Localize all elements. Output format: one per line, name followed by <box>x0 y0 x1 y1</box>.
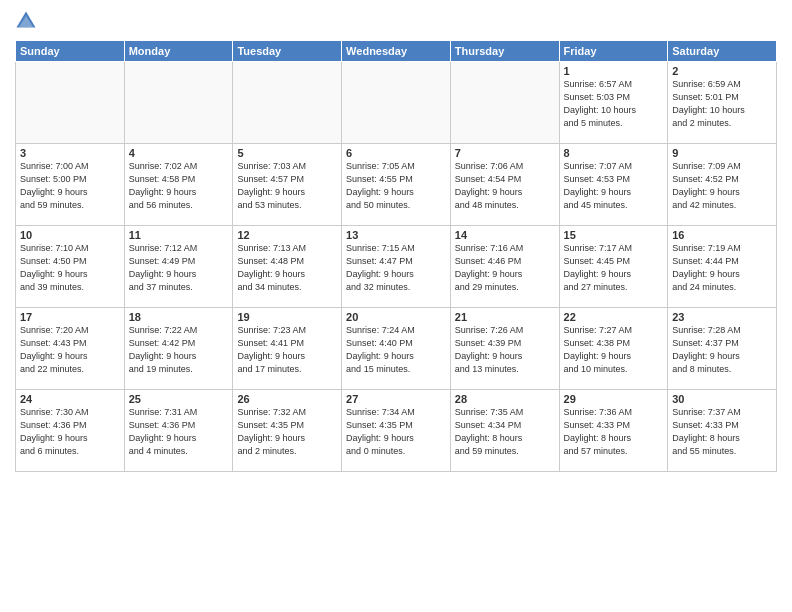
day-info: Sunrise: 7:16 AM Sunset: 4:46 PM Dayligh… <box>455 242 555 294</box>
calendar-cell-1-2: 5Sunrise: 7:03 AM Sunset: 4:57 PM Daylig… <box>233 144 342 226</box>
calendar-cell-0-1 <box>124 62 233 144</box>
calendar-cell-4-0: 24Sunrise: 7:30 AM Sunset: 4:36 PM Dayli… <box>16 390 125 472</box>
day-info: Sunrise: 7:15 AM Sunset: 4:47 PM Dayligh… <box>346 242 446 294</box>
day-number: 30 <box>672 393 772 405</box>
calendar-cell-4-3: 27Sunrise: 7:34 AM Sunset: 4:35 PM Dayli… <box>342 390 451 472</box>
day-info: Sunrise: 7:27 AM Sunset: 4:38 PM Dayligh… <box>564 324 664 376</box>
day-info: Sunrise: 7:07 AM Sunset: 4:53 PM Dayligh… <box>564 160 664 212</box>
day-info: Sunrise: 7:24 AM Sunset: 4:40 PM Dayligh… <box>346 324 446 376</box>
calendar-week-5: 24Sunrise: 7:30 AM Sunset: 4:36 PM Dayli… <box>16 390 777 472</box>
calendar-cell-3-4: 21Sunrise: 7:26 AM Sunset: 4:39 PM Dayli… <box>450 308 559 390</box>
calendar-week-4: 17Sunrise: 7:20 AM Sunset: 4:43 PM Dayli… <box>16 308 777 390</box>
day-info: Sunrise: 7:28 AM Sunset: 4:37 PM Dayligh… <box>672 324 772 376</box>
calendar-week-2: 3Sunrise: 7:00 AM Sunset: 5:00 PM Daylig… <box>16 144 777 226</box>
day-info: Sunrise: 7:05 AM Sunset: 4:55 PM Dayligh… <box>346 160 446 212</box>
day-info: Sunrise: 7:03 AM Sunset: 4:57 PM Dayligh… <box>237 160 337 212</box>
calendar-cell-2-0: 10Sunrise: 7:10 AM Sunset: 4:50 PM Dayli… <box>16 226 125 308</box>
day-info: Sunrise: 7:34 AM Sunset: 4:35 PM Dayligh… <box>346 406 446 458</box>
day-number: 24 <box>20 393 120 405</box>
day-number: 14 <box>455 229 555 241</box>
calendar-header-wednesday: Wednesday <box>342 41 451 62</box>
day-number: 3 <box>20 147 120 159</box>
day-info: Sunrise: 7:20 AM Sunset: 4:43 PM Dayligh… <box>20 324 120 376</box>
header <box>15 10 777 32</box>
calendar-header-row: SundayMondayTuesdayWednesdayThursdayFrid… <box>16 41 777 62</box>
day-number: 2 <box>672 65 772 77</box>
day-number: 19 <box>237 311 337 323</box>
calendar-cell-3-3: 20Sunrise: 7:24 AM Sunset: 4:40 PM Dayli… <box>342 308 451 390</box>
calendar-cell-3-1: 18Sunrise: 7:22 AM Sunset: 4:42 PM Dayli… <box>124 308 233 390</box>
day-info: Sunrise: 7:10 AM Sunset: 4:50 PM Dayligh… <box>20 242 120 294</box>
day-info: Sunrise: 7:06 AM Sunset: 4:54 PM Dayligh… <box>455 160 555 212</box>
calendar-cell-1-5: 8Sunrise: 7:07 AM Sunset: 4:53 PM Daylig… <box>559 144 668 226</box>
day-number: 10 <box>20 229 120 241</box>
day-number: 7 <box>455 147 555 159</box>
calendar-header-saturday: Saturday <box>668 41 777 62</box>
calendar-cell-2-3: 13Sunrise: 7:15 AM Sunset: 4:47 PM Dayli… <box>342 226 451 308</box>
logo-icon <box>15 10 37 32</box>
calendar-cell-2-1: 11Sunrise: 7:12 AM Sunset: 4:49 PM Dayli… <box>124 226 233 308</box>
day-info: Sunrise: 7:02 AM Sunset: 4:58 PM Dayligh… <box>129 160 229 212</box>
day-info: Sunrise: 7:37 AM Sunset: 4:33 PM Dayligh… <box>672 406 772 458</box>
calendar-cell-4-1: 25Sunrise: 7:31 AM Sunset: 4:36 PM Dayli… <box>124 390 233 472</box>
day-info: Sunrise: 7:23 AM Sunset: 4:41 PM Dayligh… <box>237 324 337 376</box>
day-number: 26 <box>237 393 337 405</box>
page: SundayMondayTuesdayWednesdayThursdayFrid… <box>0 0 792 612</box>
day-number: 18 <box>129 311 229 323</box>
calendar-cell-4-5: 29Sunrise: 7:36 AM Sunset: 4:33 PM Dayli… <box>559 390 668 472</box>
calendar-cell-1-4: 7Sunrise: 7:06 AM Sunset: 4:54 PM Daylig… <box>450 144 559 226</box>
day-info: Sunrise: 7:17 AM Sunset: 4:45 PM Dayligh… <box>564 242 664 294</box>
calendar-header-sunday: Sunday <box>16 41 125 62</box>
day-info: Sunrise: 7:19 AM Sunset: 4:44 PM Dayligh… <box>672 242 772 294</box>
day-number: 15 <box>564 229 664 241</box>
day-info: Sunrise: 7:00 AM Sunset: 5:00 PM Dayligh… <box>20 160 120 212</box>
calendar-week-3: 10Sunrise: 7:10 AM Sunset: 4:50 PM Dayli… <box>16 226 777 308</box>
calendar-cell-2-5: 15Sunrise: 7:17 AM Sunset: 4:45 PM Dayli… <box>559 226 668 308</box>
logo <box>15 10 41 32</box>
day-info: Sunrise: 7:26 AM Sunset: 4:39 PM Dayligh… <box>455 324 555 376</box>
day-number: 27 <box>346 393 446 405</box>
calendar-cell-3-0: 17Sunrise: 7:20 AM Sunset: 4:43 PM Dayli… <box>16 308 125 390</box>
calendar-cell-4-6: 30Sunrise: 7:37 AM Sunset: 4:33 PM Dayli… <box>668 390 777 472</box>
day-number: 25 <box>129 393 229 405</box>
day-info: Sunrise: 6:59 AM Sunset: 5:01 PM Dayligh… <box>672 78 772 130</box>
calendar-cell-0-0 <box>16 62 125 144</box>
day-number: 13 <box>346 229 446 241</box>
day-info: Sunrise: 7:32 AM Sunset: 4:35 PM Dayligh… <box>237 406 337 458</box>
calendar-cell-3-5: 22Sunrise: 7:27 AM Sunset: 4:38 PM Dayli… <box>559 308 668 390</box>
day-number: 16 <box>672 229 772 241</box>
day-info: Sunrise: 7:12 AM Sunset: 4:49 PM Dayligh… <box>129 242 229 294</box>
calendar-cell-1-3: 6Sunrise: 7:05 AM Sunset: 4:55 PM Daylig… <box>342 144 451 226</box>
day-number: 17 <box>20 311 120 323</box>
calendar-cell-2-4: 14Sunrise: 7:16 AM Sunset: 4:46 PM Dayli… <box>450 226 559 308</box>
day-info: Sunrise: 7:13 AM Sunset: 4:48 PM Dayligh… <box>237 242 337 294</box>
day-number: 20 <box>346 311 446 323</box>
day-number: 23 <box>672 311 772 323</box>
day-info: Sunrise: 7:36 AM Sunset: 4:33 PM Dayligh… <box>564 406 664 458</box>
calendar-cell-3-2: 19Sunrise: 7:23 AM Sunset: 4:41 PM Dayli… <box>233 308 342 390</box>
day-number: 29 <box>564 393 664 405</box>
calendar-cell-0-5: 1Sunrise: 6:57 AM Sunset: 5:03 PM Daylig… <box>559 62 668 144</box>
calendar-header-tuesday: Tuesday <box>233 41 342 62</box>
calendar-cell-0-4 <box>450 62 559 144</box>
day-number: 11 <box>129 229 229 241</box>
day-info: Sunrise: 7:35 AM Sunset: 4:34 PM Dayligh… <box>455 406 555 458</box>
calendar-header-friday: Friday <box>559 41 668 62</box>
calendar-cell-0-6: 2Sunrise: 6:59 AM Sunset: 5:01 PM Daylig… <box>668 62 777 144</box>
day-number: 28 <box>455 393 555 405</box>
calendar-header-monday: Monday <box>124 41 233 62</box>
day-number: 1 <box>564 65 664 77</box>
day-number: 5 <box>237 147 337 159</box>
day-number: 12 <box>237 229 337 241</box>
day-info: Sunrise: 7:30 AM Sunset: 4:36 PM Dayligh… <box>20 406 120 458</box>
calendar-header-thursday: Thursday <box>450 41 559 62</box>
day-number: 8 <box>564 147 664 159</box>
day-info: Sunrise: 6:57 AM Sunset: 5:03 PM Dayligh… <box>564 78 664 130</box>
calendar-cell-0-3 <box>342 62 451 144</box>
day-number: 21 <box>455 311 555 323</box>
day-number: 22 <box>564 311 664 323</box>
calendar-cell-1-1: 4Sunrise: 7:02 AM Sunset: 4:58 PM Daylig… <box>124 144 233 226</box>
calendar-cell-0-2 <box>233 62 342 144</box>
calendar-cell-1-0: 3Sunrise: 7:00 AM Sunset: 5:00 PM Daylig… <box>16 144 125 226</box>
calendar-cell-1-6: 9Sunrise: 7:09 AM Sunset: 4:52 PM Daylig… <box>668 144 777 226</box>
